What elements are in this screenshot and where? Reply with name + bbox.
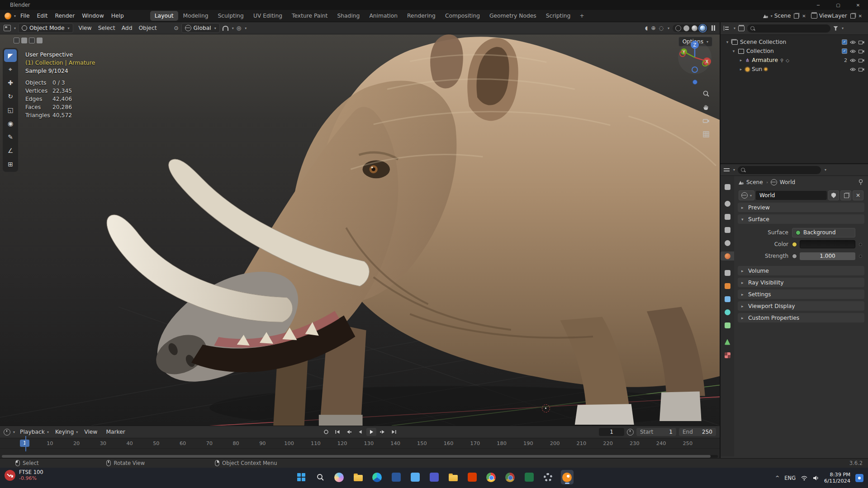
playhead[interactable] xyxy=(25,436,26,451)
edge-icon[interactable] xyxy=(371,470,384,484)
section-volume[interactable]: ▸ Volume xyxy=(738,266,864,275)
teams-icon[interactable] xyxy=(428,470,441,484)
tab-output[interactable] xyxy=(722,212,733,221)
editor-type-icon[interactable] xyxy=(4,25,11,31)
workspace-tab[interactable]: Modeling xyxy=(179,11,213,21)
menu-item[interactable]: Keying▾ xyxy=(52,427,81,436)
minimize-button[interactable]: ─ xyxy=(808,0,828,10)
menu-item[interactable]: Help xyxy=(108,11,128,20)
camera-view-icon[interactable] xyxy=(702,117,710,125)
chevron-down-icon[interactable]: ▾ xyxy=(668,26,669,30)
properties-search-input[interactable] xyxy=(738,166,821,174)
section-preview[interactable]: ▸ Preview xyxy=(738,203,864,212)
chrome-beta-icon[interactable] xyxy=(504,470,517,484)
start-button[interactable] xyxy=(295,470,308,484)
blender-taskbar-icon[interactable] xyxy=(561,470,574,484)
strength-field[interactable]: 1.000 xyxy=(800,252,855,260)
camera-icon[interactable] xyxy=(859,67,864,71)
tab-world[interactable] xyxy=(721,251,734,261)
tool-button[interactable]: ✚ xyxy=(4,76,17,89)
properties-editor-icon[interactable] xyxy=(724,167,730,172)
language-indicator[interactable]: ENG xyxy=(784,475,796,481)
pin-icon[interactable] xyxy=(858,179,863,185)
proportional-editing-icon[interactable]: ◎ xyxy=(237,25,241,31)
workspace-tab[interactable]: UV Editing xyxy=(249,11,287,21)
taskbar-widget[interactable]: FTSE 100 -0.96% xyxy=(5,469,43,481)
add-workspace-button[interactable]: + xyxy=(576,12,588,20)
toggle-icon[interactable] xyxy=(37,38,43,43)
surface-shader-select[interactable]: Background xyxy=(792,228,855,237)
viewlayer-selector[interactable]: ViewLayer ✕ xyxy=(811,13,863,19)
playback-sync-icon[interactable] xyxy=(627,429,634,436)
timeline-scrollbar[interactable] xyxy=(2,455,718,458)
jump-to-end-button[interactable] xyxy=(389,428,399,436)
menu-item[interactable]: Select xyxy=(95,24,119,33)
breadcrumb-world[interactable]: World xyxy=(780,179,795,185)
menu-item[interactable]: Window xyxy=(78,11,108,20)
outlook-icon[interactable] xyxy=(466,470,479,484)
folder-icon[interactable] xyxy=(447,470,460,484)
outliner-row-armature[interactable]: ▸ ⋔ Armature ⚲ ◇ 2 xyxy=(721,56,868,65)
menu-item[interactable]: View xyxy=(81,427,103,436)
blender-logo-icon[interactable] xyxy=(5,13,11,19)
outliner-row-collection[interactable]: ▾ Collection ✓ xyxy=(721,47,868,56)
copilot-icon[interactable] xyxy=(333,470,346,484)
new-world-button[interactable] xyxy=(840,190,851,200)
timeline-track-area[interactable] xyxy=(0,449,720,455)
tool-button[interactable]: ⊞ xyxy=(4,158,17,171)
workspace-tab[interactable]: Layout xyxy=(150,11,178,21)
expand-icon[interactable]: ▾ xyxy=(725,40,730,44)
solid-shading-button[interactable] xyxy=(683,25,689,31)
fake-user-button[interactable] xyxy=(828,190,839,200)
tab-object-data[interactable] xyxy=(722,337,733,346)
menu-item[interactable]: Add xyxy=(119,24,136,33)
menu-item[interactable]: Marker xyxy=(103,427,131,436)
scene-selector[interactable]: ▾ Scene ✕ xyxy=(763,13,807,19)
breadcrumb-scene[interactable]: Scene xyxy=(746,179,763,185)
workspace-tab[interactable]: Scripting xyxy=(541,11,575,21)
chevron-down-icon[interactable]: ▾ xyxy=(733,168,735,172)
expand-icon[interactable]: ▾ xyxy=(731,49,736,53)
wifi-icon[interactable] xyxy=(801,475,808,481)
tray-overflow-button[interactable]: ^ xyxy=(775,475,779,481)
viewport-3d[interactable]: User Perspective (1) Collection | Armatu… xyxy=(0,34,720,426)
next-keyframe-button[interactable] xyxy=(378,428,388,436)
workspace-tab[interactable]: Sculpting xyxy=(213,11,248,21)
wireframe-shading-button[interactable] xyxy=(675,25,681,31)
timeline-ruler[interactable]: 1020304050607080901001101201301401501601… xyxy=(0,438,720,449)
filter-funnel-icon[interactable] xyxy=(833,26,838,31)
tab-tool[interactable] xyxy=(722,182,733,191)
camera-icon[interactable] xyxy=(859,40,864,44)
exclude-checkbox[interactable]: ✓ xyxy=(842,39,847,45)
menu-item[interactable]: File xyxy=(17,11,33,20)
unlink-world-button[interactable]: ✕ xyxy=(853,190,863,200)
chrome-icon[interactable] xyxy=(485,470,498,484)
menu-item[interactable]: Render xyxy=(51,11,78,20)
store-icon[interactable] xyxy=(409,470,422,484)
pivot-point-icon[interactable]: ⊙ xyxy=(174,25,179,31)
workspace-tab[interactable]: Animation xyxy=(365,11,402,21)
tool-button[interactable]: ◉ xyxy=(4,117,17,130)
chevron-down-icon[interactable]: ▾ xyxy=(825,168,826,172)
frame-end-field[interactable]: End 250 xyxy=(679,428,716,436)
maximize-button[interactable]: ▢ xyxy=(828,0,848,10)
eye-icon[interactable] xyxy=(850,49,856,53)
volume-icon[interactable] xyxy=(813,475,819,481)
tab-collection[interactable] xyxy=(722,268,733,277)
tool-button[interactable]: ◤ xyxy=(4,49,17,62)
eye-icon[interactable] xyxy=(850,67,856,71)
clock[interactable]: 8:39 PM 6/11/2024 xyxy=(824,472,850,484)
section-custom-properties[interactable]: ▸ Custom Properties xyxy=(738,313,864,322)
animate-dot-icon[interactable] xyxy=(859,255,862,258)
excel-icon[interactable] xyxy=(523,470,536,484)
menu-item[interactable]: Playback▾ xyxy=(17,427,52,436)
tab-scene[interactable] xyxy=(722,238,733,247)
workspace-tab[interactable]: Rendering xyxy=(403,11,440,21)
previous-keyframe-button[interactable] xyxy=(344,428,354,436)
timeline-editor-icon[interactable] xyxy=(4,429,10,436)
section-ray-visibility[interactable]: ▸ Ray Visibility xyxy=(738,278,864,287)
expand-icon[interactable]: ▸ xyxy=(739,67,743,71)
tab-render[interactable] xyxy=(722,199,733,208)
browse-world-button[interactable]: ▾ xyxy=(739,190,754,200)
section-surface[interactable]: ▾ Surface xyxy=(738,214,864,224)
